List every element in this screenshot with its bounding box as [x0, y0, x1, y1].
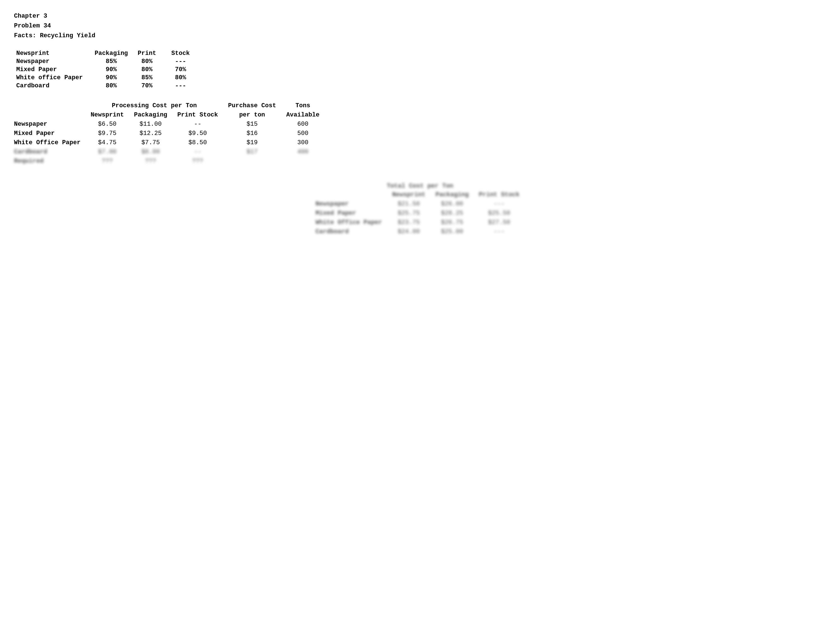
problem-label: Problem 34: [14, 21, 826, 31]
total-col-newsprint: Newsprint: [387, 190, 430, 199]
total-row-cardboard: Cardboard $24.00 $25.00 ---: [316, 227, 525, 236]
facts-white-print: 85%: [130, 74, 164, 82]
proc-white-purchase: $19: [223, 138, 281, 147]
proc-cardboard-tons: 400: [281, 147, 325, 156]
facts-mixed-packaging: 90%: [92, 66, 130, 74]
proc-col-printstock: Print Stock: [172, 111, 223, 120]
total-cardboard-printstock: ---: [474, 227, 524, 236]
total-col-packaging: Packaging: [430, 190, 474, 199]
facts-newspaper-stock: ---: [164, 57, 197, 66]
proc-mixed-purchase: $16: [223, 129, 281, 138]
total-row-mixedpaper: Mixed Paper $25.75 $28.25 $25.50: [316, 208, 525, 218]
facts-cardboard-packaging: 80%: [92, 82, 130, 90]
facts-white-packaging: 90%: [92, 74, 130, 82]
total-mixed-printstock: $25.50: [474, 208, 524, 218]
total-mixed-packaging: $28.25: [430, 208, 474, 218]
total-label-mixedpaper: Mixed Paper: [316, 208, 387, 218]
proc-white-printstock: $8.50: [172, 138, 223, 147]
proc-label-newspaper: Newspaper: [14, 120, 86, 129]
proc-col-tons: Available: [281, 111, 325, 120]
total-newspaper-printstock: ---: [474, 199, 524, 208]
total-cardboard-newsprint: $24.00: [387, 227, 430, 236]
proc-required-packaging: ???: [129, 156, 172, 166]
proc-mixed-packaging: $12.25: [129, 129, 172, 138]
facts-mixed-stock: 70%: [164, 66, 197, 74]
proc-mixed-tons: 500: [281, 129, 325, 138]
facts-row-cardboard: Cardboard 80% 70% ---: [14, 82, 197, 90]
proc-group-header: Processing Cost per Ton: [86, 101, 223, 111]
proc-label-white: White Office Paper: [14, 138, 86, 147]
proc-empty-header: [14, 101, 86, 111]
proc-row-mixedpaper: Mixed Paper $9.75 $12.25 $9.50 $16 500: [14, 129, 325, 138]
proc-white-packaging: $7.75: [129, 138, 172, 147]
facts-cardboard-stock: ---: [164, 82, 197, 90]
facts-label-mixedpaper: Mixed Paper: [14, 66, 92, 74]
facts-label-whiteofficepaper: White office Paper: [14, 74, 92, 82]
total-newspaper-newsprint: $21.50: [387, 199, 430, 208]
total-newspaper-packaging: $26.00: [430, 199, 474, 208]
proc-required-printstock: ???: [172, 156, 223, 166]
facts-row-mixedpaper: Mixed Paper 90% 80% 70%: [14, 66, 197, 74]
proc-white-newsprint: $4.75: [86, 138, 129, 147]
total-mixed-newsprint: $25.75: [387, 208, 430, 218]
proc-newspaper-packaging: $11.00: [129, 120, 172, 129]
total-cost-header: Total Cost per Ton: [14, 183, 826, 189]
proc-required-newsprint: ???: [86, 156, 129, 166]
facts-col-stock-header: Stock: [164, 49, 197, 57]
facts-label-cardboard: Cardboard: [14, 82, 92, 90]
proc-mixed-printstock: $9.50: [172, 129, 223, 138]
proc-col-packaging: Packaging: [129, 111, 172, 120]
total-label-newspaper: Newspaper: [316, 199, 387, 208]
proc-white-tons: 300: [281, 138, 325, 147]
total-cardboard-packaging: $25.00: [430, 227, 474, 236]
proc-col-empty: [14, 111, 86, 120]
proc-label-mixedpaper: Mixed Paper: [14, 129, 86, 138]
proc-cardboard-newsprint: $7.00: [86, 147, 129, 156]
proc-mixed-newsprint: $9.75: [86, 129, 129, 138]
facts-row-newspaper: Newspaper 85% 80% ---: [14, 57, 197, 66]
processing-table: Processing Cost per Ton Purchase Cost To…: [14, 101, 325, 166]
facts-col-print-header: Print: [130, 49, 164, 57]
total-white-packaging: $26.75: [430, 218, 474, 227]
proc-required-tons: [281, 156, 325, 166]
facts-cardboard-print: 70%: [130, 82, 164, 90]
total-col-printstock: Print Stock: [474, 190, 524, 199]
total-white-newsprint: $23.75: [387, 218, 430, 227]
facts-white-stock: 80%: [164, 74, 197, 82]
total-empty-header: [316, 190, 387, 199]
facts-table: Newsprint Packaging Print Stock Newspape…: [14, 49, 197, 90]
proc-tons-header: Tons: [281, 101, 325, 111]
proc-col-newsprint: Newsprint: [86, 111, 129, 120]
total-cost-section: Total Cost per Ton Newsprint Packaging P…: [14, 183, 826, 236]
total-label-cardboard: Cardboard: [316, 227, 387, 236]
proc-cardboard-printstock: --: [172, 147, 223, 156]
proc-newspaper-tons: 600: [281, 120, 325, 129]
proc-col-purchase: per ton: [223, 111, 281, 120]
facts-newspaper-packaging: 85%: [92, 57, 130, 66]
proc-cardboard-purchase: $17: [223, 147, 281, 156]
proc-row-whiteofficepaper: White Office Paper $4.75 $7.75 $8.50 $19…: [14, 138, 325, 147]
facts-col-newsprint-header: Newsprint: [14, 49, 92, 57]
facts-col-packaging-header: Packaging: [92, 49, 130, 57]
proc-cardboard-packaging: $8.00: [129, 147, 172, 156]
facts-label-newspaper: Newspaper: [14, 57, 92, 66]
proc-row-newspaper: Newspaper $6.50 $11.00 -- $15 600: [14, 120, 325, 129]
proc-label-required: Required: [14, 156, 86, 166]
total-white-printstock: $27.50: [474, 218, 524, 227]
proc-newspaper-printstock: --: [172, 120, 223, 129]
total-label-white: White Office Paper: [316, 218, 387, 227]
total-row-newspaper: Newspaper $21.50 $26.00 ---: [316, 199, 525, 208]
processing-section: Processing Cost per Ton Purchase Cost To…: [14, 101, 826, 166]
facts-mixed-print: 80%: [130, 66, 164, 74]
facts-label: Facts: Recycling Yield: [14, 31, 826, 41]
total-row-whiteofficepaper: White Office Paper $23.75 $26.75 $27.50: [316, 218, 525, 227]
proc-row-required: Required ??? ??? ???: [14, 156, 325, 166]
chapter-label: Chapter 3: [14, 11, 826, 21]
facts-row-whiteofficepaper: White office Paper 90% 85% 80%: [14, 74, 197, 82]
proc-label-cardboard: Cardboard: [14, 147, 86, 156]
proc-newspaper-purchase: $15: [223, 120, 281, 129]
proc-required-purchase: [223, 156, 281, 166]
header-section: Chapter 3 Problem 34 Facts: Recycling Yi…: [14, 11, 826, 41]
facts-newspaper-print: 80%: [130, 57, 164, 66]
proc-newspaper-newsprint: $6.50: [86, 120, 129, 129]
